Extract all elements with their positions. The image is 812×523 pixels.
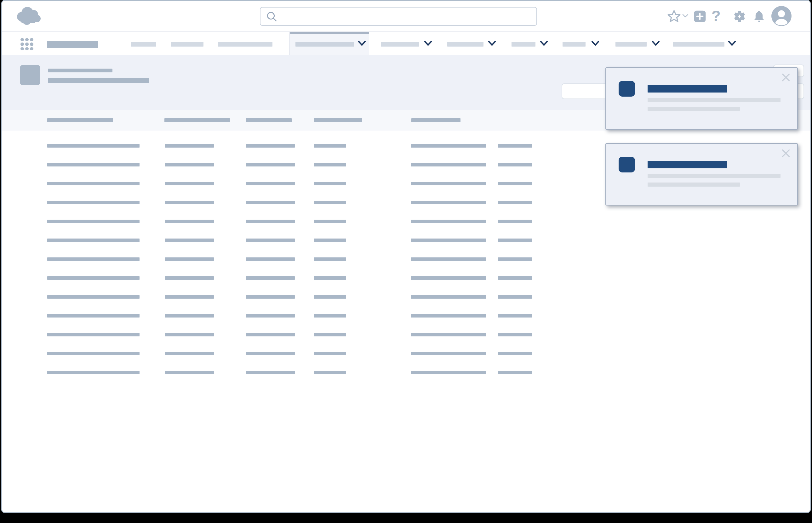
cell-skeleton-2 [165,201,214,204]
nav-tab-label-skeleton [512,42,535,47]
table-row[interactable] [2,333,810,337]
help-icon[interactable]: ? [711,7,721,24]
cell-skeleton-5 [411,371,486,374]
cell-skeleton-6 [498,371,532,374]
cell-skeleton-2 [165,276,214,280]
nav-tab-1[interactable] [131,32,156,55]
column-header-skeleton-1 [47,118,113,122]
table-row[interactable] [2,220,810,223]
app-name-skeleton [47,41,98,48]
cell-skeleton-4 [314,371,346,374]
cell-skeleton-4 [314,333,346,337]
nav-tab-selected[interactable] [290,32,369,55]
cell-skeleton-2 [165,257,214,261]
cell-skeleton-3 [246,333,295,337]
cell-skeleton-4 [314,295,346,299]
cell-skeleton-5 [411,276,486,280]
chevron-down-icon [358,41,366,46]
cell-skeleton-2 [165,371,214,374]
close-icon[interactable] [780,148,792,159]
cell-skeleton-6 [498,220,532,223]
nav-tab-label-skeleton [447,42,483,47]
nav-divider [120,34,120,53]
cell-skeleton-2 [165,352,214,355]
cell-skeleton-5 [411,257,486,261]
cell-skeleton-1 [47,295,140,299]
app-launcher-icon[interactable] [20,38,33,50]
cell-skeleton-2 [165,238,214,242]
cell-skeleton-6 [498,257,532,261]
cell-skeleton-3 [246,276,295,280]
add-icon[interactable] [693,10,707,24]
cell-skeleton-1 [47,257,140,261]
cell-skeleton-6 [498,295,532,299]
cell-skeleton-4 [314,276,346,280]
nav-tab-8[interactable] [563,32,601,55]
cell-skeleton-2 [165,333,214,337]
nav-tab-label-skeleton [563,42,586,47]
cell-skeleton-3 [246,163,295,166]
chevron-down-icon [488,41,496,46]
column-header-skeleton-2 [165,118,230,122]
cell-skeleton-4 [314,220,346,223]
table-row[interactable] [2,371,810,374]
search-icon [265,11,278,24]
salesforce-cloud-logo-icon [14,6,41,27]
cell-skeleton-3 [246,182,295,185]
search-input[interactable] [279,9,533,24]
favorites-star-icon[interactable] [667,9,681,25]
nav-tab-9[interactable] [616,32,662,55]
cell-skeleton-6 [498,163,532,166]
app-window: ? [1,0,811,513]
cell-skeleton-3 [246,238,295,242]
nav-tab-5[interactable] [381,32,435,55]
cell-skeleton-6 [498,144,532,148]
cell-skeleton-5 [411,220,486,223]
table-row[interactable] [2,276,810,280]
table-row[interactable] [2,314,810,318]
page-title-line-2 [48,78,149,83]
notifications-bell-icon[interactable] [753,10,766,24]
user-avatar[interactable] [771,6,792,28]
nav-tab-label-skeleton [295,42,355,47]
notification-toast-1 [605,67,798,130]
nav-tab-7[interactable] [512,32,551,55]
cell-skeleton-2 [165,144,214,148]
cell-skeleton-6 [498,276,532,280]
nav-tab-label-skeleton [171,42,204,47]
nav-tab-label-skeleton [673,42,724,47]
column-header-skeleton-3 [246,118,292,122]
table-row[interactable] [2,238,810,242]
toast-text-line-2 [647,107,740,111]
chevron-down-icon [652,41,660,46]
notification-icon [619,81,635,96]
cell-skeleton-6 [498,201,532,204]
selected-tab-accent [290,32,369,34]
chevron-down-icon [424,41,432,46]
cell-skeleton-5 [411,238,486,242]
app-nav-bar [2,32,810,55]
nav-tab-10[interactable] [673,32,740,55]
nav-tab-label-skeleton [218,42,273,47]
toast-title-skeleton [647,85,727,92]
cell-skeleton-5 [411,144,486,148]
favorites-chevron-icon[interactable] [682,14,689,19]
setup-gear-icon[interactable] [733,10,746,24]
cell-skeleton-4 [314,314,346,318]
cell-skeleton-1 [47,314,140,318]
nav-tab-2[interactable] [171,32,204,55]
nav-tab-3[interactable] [218,32,273,55]
cell-skeleton-3 [246,314,295,318]
table-row[interactable] [2,257,810,261]
nav-tab-6[interactable] [447,32,499,55]
table-row[interactable] [2,295,810,299]
cell-skeleton-3 [246,220,295,223]
cell-skeleton-1 [47,371,140,374]
cell-skeleton-3 [246,295,295,299]
table-row[interactable] [2,352,810,355]
close-icon[interactable] [780,72,792,83]
notification-toast-2 [605,143,798,205]
cell-skeleton-1 [47,201,140,204]
chevron-down-icon [728,41,736,46]
cell-skeleton-1 [47,182,140,185]
